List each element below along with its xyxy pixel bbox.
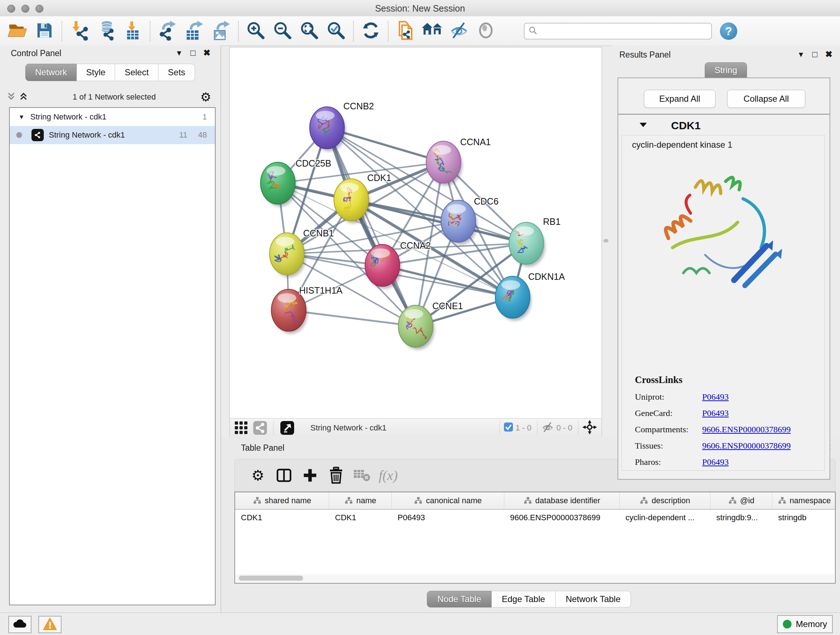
hide-selected-button[interactable] <box>448 20 470 42</box>
crosslink-link[interactable]: 9606.ENSP00000378699 <box>702 424 791 434</box>
network-node-HIST1H1A[interactable] <box>271 289 308 334</box>
tab-string[interactable]: String <box>705 62 747 78</box>
refresh-button[interactable] <box>360 20 382 42</box>
crosslink-link[interactable]: P06493 <box>702 392 729 402</box>
export-network-button[interactable] <box>156 20 179 42</box>
node-label-HIST1H1A: HIST1H1A <box>299 285 343 295</box>
show-columns-icon[interactable] <box>271 465 297 486</box>
table-row[interactable]: CDK1CDK1P064939606.ENSP00000378699cyclin… <box>235 510 835 526</box>
network-node-CCNE1[interactable] <box>398 305 434 350</box>
network-edge[interactable] <box>327 128 416 326</box>
panel-float-icon[interactable]: □ <box>809 49 821 59</box>
tab-network-table[interactable]: Network Table <box>556 591 631 608</box>
tab-sets[interactable]: Sets <box>158 64 195 81</box>
tab-network[interactable]: Network <box>25 64 77 81</box>
network-node-CDC6[interactable] <box>441 200 477 245</box>
open-in-new-window-icon[interactable] <box>277 418 297 438</box>
table-cell[interactable]: P06493 <box>392 510 504 526</box>
memory-button[interactable]: Memory <box>777 615 833 633</box>
tree-expand-icon[interactable]: ▼ <box>19 114 25 120</box>
zoom-fit-button[interactable] <box>298 20 321 42</box>
export-table-button[interactable] <box>183 20 205 42</box>
grid-view-icon[interactable] <box>232 418 251 438</box>
show-all-button[interactable] <box>475 20 497 42</box>
delete-table-icon[interactable] <box>349 465 375 486</box>
network-node-CCNA1[interactable] <box>426 141 462 186</box>
panel-close-icon[interactable]: ✖ <box>201 48 213 58</box>
network-node-CCNA2[interactable] <box>365 244 401 289</box>
hidden-eye-icon[interactable] <box>541 421 554 434</box>
table-cell[interactable]: stringdb:9... <box>711 510 772 526</box>
network-canvas[interactable]: CCNB2CCNA1CDC25BCDK1CDC6RB1CCNB1CCNA2CDK… <box>229 47 602 419</box>
zoom-selected-button[interactable] <box>325 20 347 42</box>
table-cell[interactable]: 9606.ENSP00000378699 <box>504 510 620 526</box>
table-cell[interactable]: CDK1 <box>235 510 329 526</box>
panel-float-icon[interactable]: □ <box>187 48 199 58</box>
network-node-CDK1[interactable] <box>334 179 370 223</box>
network-options-gear-icon[interactable]: ⚙ <box>201 91 211 103</box>
network-share-view-icon[interactable] <box>251 418 270 438</box>
help-button[interactable]: ? <box>720 22 737 40</box>
network-node-CDKN1A[interactable] <box>495 276 531 321</box>
warning-status-button[interactable] <box>38 616 62 633</box>
network-row[interactable]: String Network - cdk1 11 48 <box>10 126 215 144</box>
expand-all-icon[interactable] <box>19 92 28 103</box>
cloud-status-button[interactable] <box>8 616 32 633</box>
viewbar-separator <box>273 421 273 435</box>
function-builder-icon[interactable]: f(x) <box>375 465 401 486</box>
selected-checkbox-icon[interactable] <box>504 422 513 433</box>
table-cell[interactable]: cyclin-dependent ... <box>620 510 711 526</box>
column-header[interactable]: shared name <box>235 492 329 509</box>
home-button[interactable] <box>421 20 444 42</box>
network-collection-row[interactable]: ▼ String Network - cdk1 1 <box>10 108 215 126</box>
column-header[interactable]: canonical name <box>392 492 504 509</box>
zoom-in-button[interactable] <box>245 20 267 42</box>
search-input[interactable] <box>540 26 707 36</box>
fit-content-crosshair-icon[interactable] <box>582 420 597 436</box>
tab-node-table[interactable]: Node Table <box>427 591 492 608</box>
column-header[interactable]: description <box>620 492 711 509</box>
network-node-RB1[interactable] <box>509 222 545 267</box>
import-network-from-database-button[interactable] <box>95 20 117 42</box>
collapse-all-button[interactable]: Collapse All <box>727 90 805 108</box>
delete-column-icon[interactable] <box>323 465 349 486</box>
open-session-button[interactable] <box>6 20 29 42</box>
node-section-header[interactable]: CDK1 <box>621 118 827 134</box>
section-collapse-icon[interactable] <box>639 122 647 129</box>
column-header[interactable]: @id <box>711 492 772 509</box>
tab-edge-table[interactable]: Edge Table <box>492 591 556 608</box>
table-cell[interactable]: stringdb <box>772 510 836 526</box>
tab-select[interactable]: Select <box>115 64 158 81</box>
table-horizontal-scrollbar[interactable] <box>236 574 834 582</box>
right-splitter-handle[interactable] <box>603 239 608 242</box>
import-network-button[interactable] <box>68 20 90 42</box>
panel-close-icon[interactable]: ✖ <box>823 49 835 59</box>
crosslink-link[interactable]: P06493 <box>702 457 729 467</box>
toolbar-separator <box>62 21 62 41</box>
column-header[interactable]: database identifier <box>504 492 620 509</box>
table-options-gear-icon[interactable]: ⚙ <box>245 465 271 486</box>
search-field[interactable] <box>524 23 712 40</box>
crosslink-link[interactable]: P06493 <box>702 409 729 418</box>
expand-all-button[interactable]: Expand All <box>644 90 715 108</box>
network-row-label: String Network - cdk1 <box>49 130 125 140</box>
panel-menu-icon[interactable]: ▾ <box>173 48 185 58</box>
export-image-button[interactable] <box>210 20 232 42</box>
panel-menu-icon[interactable]: ▾ <box>795 49 807 59</box>
crosslink-link[interactable]: 9606.ENSP00000378699 <box>702 441 791 451</box>
network-view-title: String Network - cdk1 <box>310 423 386 432</box>
import-table-button[interactable] <box>122 20 144 42</box>
tab-style[interactable]: Style <box>77 64 115 81</box>
zoom-out-button[interactable] <box>271 20 294 42</box>
table-cell[interactable]: CDK1 <box>329 510 392 526</box>
network-edge[interactable] <box>289 310 416 326</box>
string-import-button[interactable] <box>394 20 417 42</box>
network-node-CCNB2[interactable] <box>309 107 346 151</box>
column-header[interactable]: namespace <box>772 492 836 509</box>
scrollbar-thumb[interactable] <box>239 576 303 581</box>
create-column-icon[interactable] <box>297 465 323 486</box>
collapse-all-icon[interactable] <box>6 92 16 103</box>
save-session-button[interactable] <box>33 20 56 42</box>
network-node-CCNB1[interactable] <box>270 233 306 277</box>
column-header[interactable]: name <box>329 492 392 509</box>
